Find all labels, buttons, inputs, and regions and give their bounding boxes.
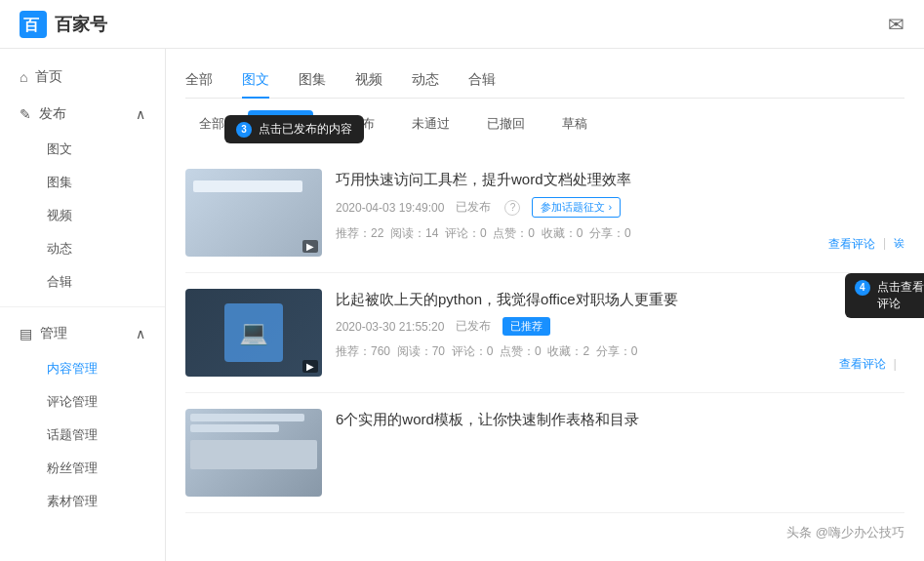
type-tabs: 全部 图文 图集 视频 动态 合辑 xyxy=(185,63,904,99)
article-item-3: 6个实用的word模板，让你快速制作表格和目录 xyxy=(185,393,904,513)
sidebar-item-home[interactable]: ⌂ 首页 xyxy=(0,59,165,96)
status-tabs: 全部 已发布 待发布 未通过 已撤回 草稿 xyxy=(185,110,904,138)
header: 百 百家号 ✉ xyxy=(0,0,924,49)
article-stats-1: 推荐：22 阅读：14 评论：0 点赞：0 收藏：0 分享：0 xyxy=(336,225,904,242)
status-published[interactable]: 已发布 xyxy=(248,110,313,138)
topic-btn-label-1: 参加话题征文 › xyxy=(541,200,612,215)
article-thumb-3 xyxy=(185,409,322,497)
article-status-1: 已发布 xyxy=(456,199,491,216)
chevron-up-icon: ∧ xyxy=(136,106,145,122)
topic-btn-1[interactable]: 参加话题征文 › xyxy=(532,197,621,218)
more-action-btn-1[interactable]: 诶 xyxy=(894,236,904,253)
stats-text-2: 推荐：760 阅读：70 评论：0 点赞：0 收藏：2 分享：0 xyxy=(336,343,637,360)
tab-video[interactable]: 视频 xyxy=(355,63,382,99)
recommended-badge-2: 已推荐 xyxy=(502,317,550,336)
sidebar: ⌂ 首页 ✎ 发布 ∧ 图文 图集 视频 动态 合辑 ▤ 管理 ∧ 内容管理 评… xyxy=(0,49,166,561)
status-draft[interactable]: 草稿 xyxy=(548,110,601,138)
help-icon-1[interactable]: ? xyxy=(504,200,520,216)
tab-wenzhang[interactable]: 图文 xyxy=(242,63,269,99)
status-withdrawn[interactable]: 已撤回 xyxy=(473,110,539,138)
sidebar-manage-label: 管理 xyxy=(40,325,67,342)
logo-icon: 百 xyxy=(20,11,47,38)
sidebar-sub-item-wenzhang[interactable]: 图文 xyxy=(0,133,165,166)
article-status-2: 已发布 xyxy=(456,318,491,335)
watermark: 头条 @嗨少办公技巧 xyxy=(786,524,904,541)
article-info-1: 巧用快速访问工具栏，提升word文档处理效率 2020-04-03 19:49:… xyxy=(336,169,904,257)
layout: ⌂ 首页 ✎ 发布 ∧ 图文 图集 视频 动态 合辑 ▤ 管理 ∧ 内容管理 评… xyxy=(0,49,924,561)
article-info-2: 比起被吹上天的python，我觉得office对职场人更重要 2020-03-3… xyxy=(336,289,904,377)
article-actions-1: 查看评论 | 诶 xyxy=(828,236,904,253)
status-pending[interactable]: 待发布 xyxy=(323,110,388,138)
edit-icon: ✎ xyxy=(20,106,31,122)
article-info-3: 6个实用的word模板，让你快速制作表格和目录 xyxy=(336,409,904,497)
more-btn-1[interactable]: | xyxy=(883,236,886,253)
stats-text-1: 推荐：22 阅读：14 评论：0 点赞：0 收藏：0 分享：0 xyxy=(336,225,631,242)
mail-icon[interactable]: ✉ xyxy=(888,13,904,36)
logo-area: 百 百家号 xyxy=(20,11,107,38)
sidebar-sub-item-dynamic[interactable]: 动态 xyxy=(0,232,165,265)
sidebar-section-publish[interactable]: ✎ 发布 ∧ xyxy=(0,96,165,133)
sidebar-divider xyxy=(0,306,165,307)
article-title-3[interactable]: 6个实用的word模板，让你快速制作表格和目录 xyxy=(336,409,904,429)
sidebar-sub-item-fans-manage[interactable]: 粉丝管理 xyxy=(0,452,165,485)
sidebar-sub-item-topic-manage[interactable]: 话题管理 xyxy=(0,419,165,452)
tab-dynamic[interactable]: 动态 xyxy=(412,63,439,99)
manage-icon: ▤ xyxy=(20,326,32,341)
sidebar-sub-item-tuji[interactable]: 图集 xyxy=(0,166,165,199)
article-item-1: ▶ 巧用快速访问工具栏，提升word文档处理效率 2020-04-03 19:4… xyxy=(185,153,904,273)
thumb-video-icon-1: ▶ xyxy=(302,240,318,253)
thumb-video-icon-2: ▶ xyxy=(302,360,318,373)
view-comment-btn-2[interactable]: 查看评论 xyxy=(839,356,886,373)
sidebar-sub-item-content-manage[interactable]: 内容管理 xyxy=(0,352,165,385)
header-right: ✉ xyxy=(888,13,904,36)
article-thumb-2: 💻 ▶ xyxy=(185,289,322,377)
sidebar-sub-item-comment-manage[interactable]: 评论管理 xyxy=(0,385,165,419)
sidebar-publish-label: 发布 xyxy=(39,105,66,123)
home-icon: ⌂ xyxy=(20,69,27,85)
article-item-2: 💻 ▶ 比起被吹上天的python，我觉得office对职场人更重要 2020-… xyxy=(185,273,904,393)
sidebar-sub-item-video[interactable]: 视频 xyxy=(0,199,165,232)
tab-heji[interactable]: 合辑 xyxy=(468,63,496,99)
article-thumb-1: ▶ xyxy=(185,169,322,257)
status-failed[interactable]: 未通过 xyxy=(398,110,463,138)
article-stats-2: 推荐：760 阅读：70 评论：0 点赞：0 收藏：2 分享：0 xyxy=(336,343,904,360)
logo-text: 百家号 xyxy=(55,13,107,36)
sidebar-home-label: 首页 xyxy=(35,68,62,86)
sidebar-sub-item-heji[interactable]: 合辑 xyxy=(0,265,165,299)
tab-tuji[interactable]: 图集 xyxy=(299,63,326,99)
sidebar-section-manage[interactable]: ▤ 管理 ∧ xyxy=(0,315,165,352)
svg-text:百: 百 xyxy=(23,17,40,33)
article-actions-2: 查看评论 | xyxy=(839,356,904,373)
view-comment-btn-1[interactable]: 查看评论 xyxy=(828,236,875,253)
sidebar-sub-item-material-manage[interactable]: 素材管理 xyxy=(0,485,165,518)
main-content: 全部 图文 图集 视频 动态 合辑 全部 已发布 待发布 未通过 已撤回 草稿 … xyxy=(166,49,924,561)
article-meta-2: 2020-03-30 21:55:20 已发布 已推荐 xyxy=(336,317,904,336)
article-date-2: 2020-03-30 21:55:20 xyxy=(336,320,444,334)
tab-all[interactable]: 全部 xyxy=(185,63,213,99)
article-title-2[interactable]: 比起被吹上天的python，我觉得office对职场人更重要 xyxy=(336,289,904,309)
article-date-1: 2020-04-03 19:49:00 xyxy=(336,201,444,215)
article-meta-1: 2020-04-03 19:49:00 已发布 ? 参加话题征文 › xyxy=(336,197,904,218)
article-title-1[interactable]: 巧用快速访问工具栏，提升word文档处理效率 xyxy=(336,169,904,189)
status-all[interactable]: 全部 xyxy=(185,110,238,138)
chevron-up-icon-2: ∧ xyxy=(136,326,145,341)
